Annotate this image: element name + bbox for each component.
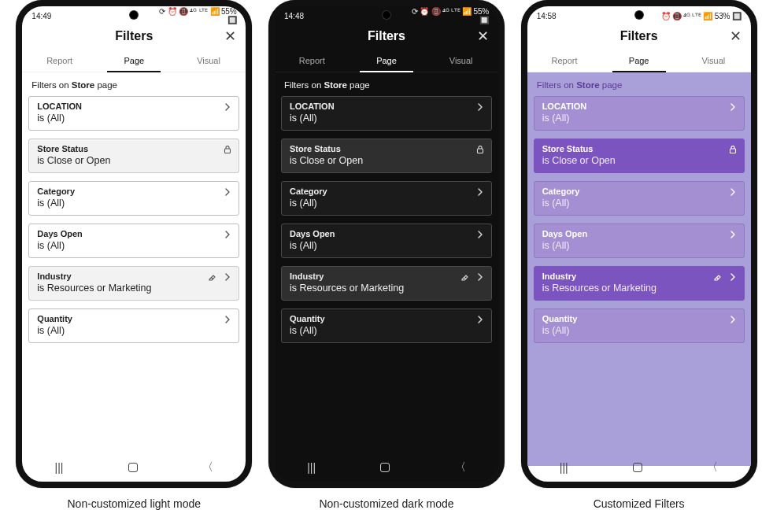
page-title: Filters [368, 29, 405, 43]
filter-card-icons [475, 102, 485, 112]
filter-card[interactable]: Quantity is (All) [281, 308, 492, 343]
tab-page[interactable]: Page [601, 49, 676, 72]
title-bar: Filters ✕ [275, 24, 498, 49]
filter-card[interactable]: Days Open is (All) [534, 224, 745, 258]
filter-title: Industry [37, 272, 231, 281]
status-time: 14:49 [31, 12, 118, 20]
nav-recents-icon[interactable]: ||| [55, 461, 64, 474]
eraser-icon[interactable] [207, 272, 216, 282]
status-time: 14:58 [537, 12, 623, 20]
nav-recents-icon[interactable]: ||| [307, 461, 316, 474]
filter-card[interactable]: Industry is Resources or Marketing [281, 266, 492, 301]
nav-recents-icon[interactable]: ||| [560, 461, 568, 474]
filter-card-icons [728, 145, 738, 154]
filter-title: Quantity [542, 314, 736, 323]
filter-title: Quantity [290, 314, 483, 323]
chevron-right-icon [475, 230, 485, 239]
filter-title: LOCATION [542, 102, 736, 111]
filter-value: is Resources or Marketing [542, 283, 736, 294]
tab-report[interactable]: Report [275, 49, 350, 72]
filter-card[interactable]: LOCATION is (All) [281, 96, 492, 131]
filter-card[interactable]: Store Status is Close or Open [534, 139, 745, 173]
filter-card-icons [207, 272, 232, 282]
chevron-right-icon [223, 272, 232, 282]
filter-title: Category [37, 187, 231, 196]
phone-light: 14:49 ⟳ ⏰ 📵 ⁴ᴳ ᴸᵀᴱ 📶 55% 🔲 Filters ✕ Rep… [16, 0, 252, 488]
chevron-right-icon [223, 315, 232, 324]
filter-title: Days Open [37, 229, 231, 238]
filter-card[interactable]: Category is (All) [281, 181, 492, 216]
filters-subheading: Filters on Store page [22, 72, 246, 96]
status-icons: ⟳ ⏰ 📵 ⁴ᴳ ᴸᵀᴱ 📶 55% 🔲 [150, 7, 236, 24]
filter-card-icons [460, 272, 485, 282]
filter-card[interactable]: LOCATION is (All) [534, 96, 745, 131]
android-nav-bar: ||| 〈 [275, 458, 498, 477]
filter-title: Days Open [542, 229, 736, 238]
filter-value: is (All) [290, 240, 483, 251]
filter-value: is Resources or Marketing [290, 283, 483, 294]
filter-card[interactable]: Industry is Resources or Marketing [534, 266, 745, 301]
eraser-icon[interactable] [712, 272, 722, 282]
filter-title: Days Open [290, 229, 483, 238]
filter-value: is (All) [542, 240, 736, 251]
chevron-right-icon [475, 187, 485, 197]
camera-cutout [130, 11, 138, 19]
filter-card[interactable]: Category is (All) [28, 181, 239, 216]
svg-rect-2 [730, 149, 735, 153]
svg-rect-0 [225, 149, 231, 153]
close-button[interactable]: ✕ [477, 29, 489, 43]
filter-card-icons [728, 187, 738, 197]
filter-value: is Close or Open [290, 155, 483, 166]
filter-value: is Resources or Marketing [37, 283, 231, 294]
nav-back-icon[interactable]: 〈 [455, 460, 466, 475]
filter-card[interactable]: Quantity is (All) [28, 308, 239, 343]
filter-title: LOCATION [290, 102, 483, 111]
filter-value: is (All) [290, 198, 483, 209]
filter-card-icons [223, 102, 232, 112]
tabs: Report Page Visual [275, 49, 498, 72]
tab-visual[interactable]: Visual [676, 49, 751, 72]
chevron-right-icon [223, 102, 232, 112]
tab-visual[interactable]: Visual [423, 49, 498, 72]
tab-visual[interactable]: Visual [172, 49, 246, 72]
nav-home-icon[interactable] [633, 463, 642, 472]
tab-report[interactable]: Report [527, 49, 602, 72]
filter-title: Industry [542, 272, 736, 281]
nav-home-icon[interactable] [128, 463, 138, 472]
nav-back-icon[interactable]: 〈 [202, 460, 213, 475]
filter-value: is (All) [37, 113, 231, 124]
filter-card[interactable]: LOCATION is (All) [28, 96, 239, 131]
filter-card[interactable]: Category is (All) [534, 181, 745, 216]
tabs: Report Page Visual [527, 49, 751, 72]
close-button[interactable]: ✕ [730, 29, 742, 43]
chevron-right-icon [728, 187, 738, 197]
filter-title: Category [290, 187, 483, 196]
android-nav-bar: ||| 〈 [22, 458, 246, 477]
lock-icon [728, 145, 738, 154]
close-button[interactable]: ✕ [224, 29, 236, 43]
tab-page[interactable]: Page [350, 49, 424, 72]
filter-card[interactable]: Store Status is Close or Open [281, 139, 492, 173]
filter-value: is (All) [37, 240, 231, 251]
filter-title: Store Status [37, 144, 231, 153]
tab-page[interactable]: Page [97, 49, 172, 72]
filter-card-icons [475, 145, 485, 154]
filters-subheading: Filters on Store page [275, 72, 498, 96]
svg-rect-1 [477, 149, 483, 153]
filter-card[interactable]: Industry is Resources or Marketing [28, 266, 239, 301]
tab-report[interactable]: Report [22, 49, 97, 72]
filter-card[interactable]: Days Open is (All) [281, 224, 492, 258]
lock-icon [223, 145, 232, 154]
status-time: 14:48 [284, 12, 371, 20]
chevron-right-icon [728, 102, 738, 112]
filter-card[interactable]: Quantity is (All) [534, 308, 745, 343]
eraser-icon[interactable] [460, 272, 469, 282]
android-nav-bar: ||| 〈 [527, 458, 751, 477]
camera-cutout [383, 11, 390, 19]
title-bar: Filters ✕ [22, 24, 246, 49]
filter-card[interactable]: Days Open is (All) [28, 224, 239, 258]
filter-card[interactable]: Store Status is Close or Open [28, 139, 239, 173]
nav-home-icon[interactable] [380, 463, 390, 472]
nav-back-icon[interactable]: 〈 [707, 460, 718, 475]
chevron-right-icon [728, 230, 738, 239]
